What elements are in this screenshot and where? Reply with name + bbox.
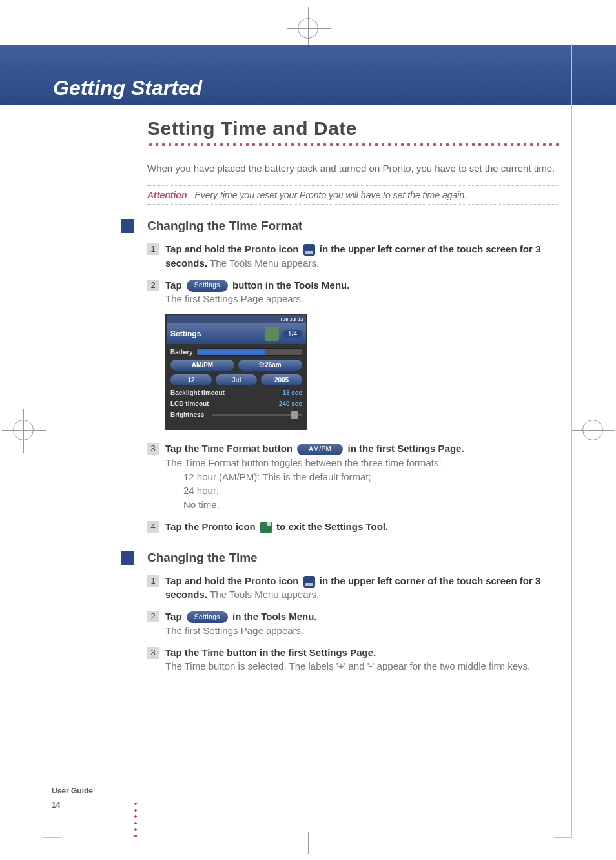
step-item: 2 Tap Settings in the Tools Menu. The fi… (147, 609, 560, 638)
device-header-icon (265, 327, 279, 341)
device-day-button: 12 (170, 374, 212, 385)
step-item: 1 Tap and hold the Pronto icon in the up… (147, 242, 560, 271)
corner-mark-br (571, 821, 572, 838)
step-text-bold: Pronto (245, 575, 276, 586)
section-heading-time-format: Changing the Time Format (147, 219, 560, 233)
device-lcd-value: 240 sec (279, 400, 302, 407)
device-header-title: Settings (170, 329, 261, 338)
settings-pill-icon: Settings (187, 611, 228, 624)
footer-label: User Guide (52, 786, 93, 795)
step-subtext: The Time Format button toggles between t… (165, 457, 442, 468)
settings-pill-icon: Settings (187, 280, 228, 292)
step-subtext: The Tools Menu appears. (210, 589, 319, 600)
step-number: 2 (147, 611, 159, 622)
page-title: Setting Time and Date (147, 118, 560, 139)
attention-label: Attention (147, 190, 187, 200)
step-text: icon (236, 521, 258, 532)
step-text: Tap and hold the (165, 243, 245, 254)
step-subtext: The Time button is selected. The labels … (165, 660, 530, 671)
device-backlight-label: Backlight timeout (170, 389, 225, 396)
crop-mark-left (13, 420, 34, 440)
step-subtext: The first Settings Page appears. (165, 293, 303, 304)
pronto-icon (303, 244, 315, 256)
step-item: 3 Tap the Time button in the first Setti… (147, 646, 560, 674)
device-battery-bar (196, 348, 302, 356)
step-text: in the Tools Menu. (232, 611, 317, 622)
device-brightness-slider (212, 414, 302, 416)
step-text-bold: Time (201, 647, 224, 658)
format-option: 24 hour; (183, 484, 560, 498)
pronto-green-icon (260, 522, 272, 533)
step-item: 1 Tap and hold the Pronto icon in the up… (147, 574, 560, 602)
format-option: No time. (183, 498, 560, 512)
device-year-button: 2005 (261, 374, 302, 385)
intro-text: When you have placed the battery pack an… (147, 161, 560, 175)
step-number: 3 (147, 443, 159, 455)
step-item: 3 Tap the Time Format button AM/PM in th… (147, 442, 560, 512)
right-rule (571, 44, 572, 825)
step-text: Tap (165, 280, 185, 291)
footer-dots (134, 801, 138, 839)
device-month-button: Jul (216, 374, 257, 385)
step-text: to exit the Settings Tool. (276, 521, 388, 532)
device-header-page: 1/4 (283, 330, 302, 338)
ampm-pill-icon: AM/PM (297, 444, 343, 456)
step-item: 4 Tap the Pronto icon to exit the Settin… (147, 520, 560, 534)
title-dots (147, 142, 560, 147)
device-ampm-button: AM/PM (170, 360, 234, 371)
corner-mark-bl (43, 821, 43, 838)
step-text: Tap the (165, 521, 201, 532)
pronto-icon (303, 576, 315, 588)
step-subtext: The first Settings Page appears. (165, 625, 303, 636)
device-brightness-label: Brightness (170, 411, 204, 418)
step-subtext: The Tools Menu appears. (210, 258, 319, 269)
step-number: 1 (147, 243, 159, 255)
step-number: 3 (147, 647, 159, 659)
step-text-bold: Pronto (245, 243, 276, 254)
crop-mark-top (298, 18, 318, 39)
step-number: 4 (147, 521, 159, 533)
step-text: button (262, 443, 295, 454)
step-text: button in the Tools Menu. (232, 280, 349, 291)
format-option: 12 hour (AM/PM): This is the default for… (183, 470, 560, 484)
chapter-title: Getting Started (53, 76, 202, 100)
device-battery-label: Battery (170, 349, 192, 356)
step-item: 2 Tap Settings button in the Tools Menu.… (147, 278, 560, 307)
device-topbar-right: Tue Jul 12 (280, 316, 303, 322)
step-text: icon (279, 243, 302, 254)
device-lcd-label: LCD timeout (170, 400, 209, 407)
device-time-button: 9:26am (238, 360, 302, 371)
step-text: icon (279, 575, 302, 586)
footer-page-number: 14 (52, 801, 60, 810)
device-backlight-value: 18 sec (282, 389, 302, 396)
step-text: Tap the (165, 443, 201, 454)
step-text: Tap and hold the (165, 575, 245, 586)
crop-mark-right (582, 420, 603, 440)
step-number: 2 (147, 280, 159, 291)
step-text: in the first Settings Page. (348, 443, 464, 454)
attention-note: Attention Every time you reset your Pron… (147, 185, 560, 205)
step-text-bold: Pronto (201, 521, 232, 532)
step-number: 1 (147, 575, 159, 587)
step-text-bold: Time Format (201, 443, 260, 454)
step-text: Tap the (165, 647, 201, 658)
attention-text: Every time you reset your Pronto you wil… (194, 190, 467, 200)
step-text: Tap (165, 611, 185, 622)
vertical-rule (134, 105, 134, 828)
crop-mark-bottom (303, 838, 313, 847)
device-screenshot: Tue Jul 12 Settings 1/4 Battery AM/PM 9:… (165, 314, 307, 430)
section-heading-changing-time: Changing the Time (147, 551, 560, 565)
step-text: button in the first Settings Page. (227, 647, 376, 658)
